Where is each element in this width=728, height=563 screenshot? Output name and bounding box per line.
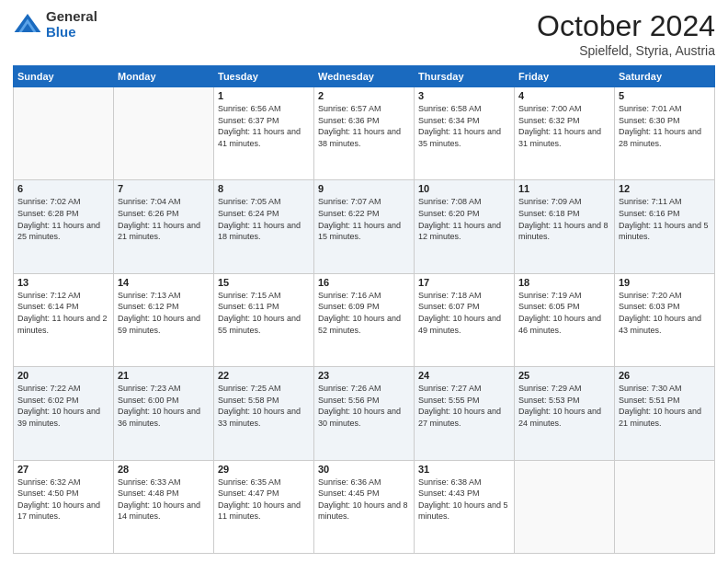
calendar-cell: 14Sunrise: 7:13 AM Sunset: 6:12 PM Dayli… [114, 273, 214, 366]
logo-text: General Blue [46, 9, 97, 40]
day-info: Sunrise: 7:11 AM Sunset: 6:16 PM Dayligh… [619, 196, 711, 242]
day-info: Sunrise: 7:20 AM Sunset: 6:03 PM Dayligh… [619, 290, 711, 336]
calendar-week-row: 20Sunrise: 7:22 AM Sunset: 6:02 PM Dayli… [14, 367, 715, 460]
calendar-cell [515, 460, 615, 553]
day-number: 7 [118, 183, 210, 194]
calendar-cell: 22Sunrise: 7:25 AM Sunset: 5:58 PM Dayli… [214, 367, 314, 460]
calendar-cell: 10Sunrise: 7:08 AM Sunset: 6:20 PM Dayli… [415, 180, 515, 273]
day-info: Sunrise: 7:23 AM Sunset: 6:00 PM Dayligh… [118, 383, 210, 429]
day-number: 8 [218, 183, 310, 194]
weekday-header-wednesday: Wednesday [314, 66, 415, 87]
title-block: October 2024 Spielfeld, Styria, Austria [537, 9, 715, 58]
calendar-cell: 30Sunrise: 6:36 AM Sunset: 4:45 PM Dayli… [314, 460, 415, 553]
day-number: 30 [318, 464, 410, 475]
header: General Blue October 2024 Spielfeld, Sty… [13, 9, 715, 58]
day-number: 16 [318, 277, 410, 288]
calendar-cell: 18Sunrise: 7:19 AM Sunset: 6:05 PM Dayli… [515, 273, 615, 366]
calendar-cell: 19Sunrise: 7:20 AM Sunset: 6:03 PM Dayli… [615, 273, 715, 366]
day-info: Sunrise: 6:35 AM Sunset: 4:47 PM Dayligh… [218, 477, 310, 523]
day-info: Sunrise: 6:56 AM Sunset: 6:37 PM Dayligh… [218, 103, 310, 149]
calendar-cell: 5Sunrise: 7:01 AM Sunset: 6:30 PM Daylig… [615, 87, 715, 180]
weekday-header-tuesday: Tuesday [214, 66, 314, 87]
day-info: Sunrise: 7:30 AM Sunset: 5:51 PM Dayligh… [619, 383, 711, 429]
day-number: 18 [518, 277, 610, 288]
day-number: 11 [518, 183, 610, 194]
day-number: 5 [619, 90, 711, 101]
day-number: 3 [418, 90, 510, 101]
day-info: Sunrise: 7:01 AM Sunset: 6:30 PM Dayligh… [619, 103, 711, 149]
day-info: Sunrise: 7:08 AM Sunset: 6:20 PM Dayligh… [418, 196, 510, 242]
calendar-cell: 12Sunrise: 7:11 AM Sunset: 6:16 PM Dayli… [615, 180, 715, 273]
day-number: 15 [218, 277, 310, 288]
day-number: 24 [418, 370, 510, 381]
day-info: Sunrise: 7:25 AM Sunset: 5:58 PM Dayligh… [218, 383, 310, 429]
day-info: Sunrise: 6:58 AM Sunset: 6:34 PM Dayligh… [418, 103, 510, 149]
weekday-header-friday: Friday [515, 66, 615, 87]
title-month: October 2024 [537, 9, 715, 43]
day-info: Sunrise: 7:27 AM Sunset: 5:55 PM Dayligh… [418, 383, 510, 429]
day-number: 23 [318, 370, 410, 381]
day-number: 12 [619, 183, 711, 194]
calendar-cell: 9Sunrise: 7:07 AM Sunset: 6:22 PM Daylig… [314, 180, 415, 273]
day-info: Sunrise: 7:12 AM Sunset: 6:14 PM Dayligh… [17, 290, 109, 336]
day-info: Sunrise: 6:32 AM Sunset: 4:50 PM Dayligh… [17, 477, 109, 523]
day-number: 28 [118, 464, 210, 475]
calendar-cell: 20Sunrise: 7:22 AM Sunset: 6:02 PM Dayli… [14, 367, 114, 460]
calendar-cell: 15Sunrise: 7:15 AM Sunset: 6:11 PM Dayli… [214, 273, 314, 366]
day-number: 13 [17, 277, 109, 288]
calendar-week-row: 13Sunrise: 7:12 AM Sunset: 6:14 PM Dayli… [14, 273, 715, 366]
day-info: Sunrise: 7:19 AM Sunset: 6:05 PM Dayligh… [518, 290, 610, 336]
title-location: Spielfeld, Styria, Austria [537, 43, 715, 58]
weekday-header-thursday: Thursday [415, 66, 515, 87]
calendar-cell: 21Sunrise: 7:23 AM Sunset: 6:00 PM Dayli… [114, 367, 214, 460]
day-info: Sunrise: 7:15 AM Sunset: 6:11 PM Dayligh… [218, 290, 310, 336]
day-info: Sunrise: 6:36 AM Sunset: 4:45 PM Dayligh… [318, 477, 410, 523]
day-number: 17 [418, 277, 510, 288]
weekday-header-row: SundayMondayTuesdayWednesdayThursdayFrid… [14, 66, 715, 87]
day-info: Sunrise: 6:38 AM Sunset: 4:43 PM Dayligh… [418, 477, 510, 523]
day-info: Sunrise: 7:18 AM Sunset: 6:07 PM Dayligh… [418, 290, 510, 336]
calendar-cell: 8Sunrise: 7:05 AM Sunset: 6:24 PM Daylig… [214, 180, 314, 273]
calendar-cell: 17Sunrise: 7:18 AM Sunset: 6:07 PM Dayli… [415, 273, 515, 366]
day-number: 27 [17, 464, 109, 475]
calendar-week-row: 27Sunrise: 6:32 AM Sunset: 4:50 PM Dayli… [14, 460, 715, 553]
day-number: 31 [418, 464, 510, 475]
calendar-week-row: 6Sunrise: 7:02 AM Sunset: 6:28 PM Daylig… [14, 180, 715, 273]
day-number: 9 [318, 183, 410, 194]
day-info: Sunrise: 7:29 AM Sunset: 5:53 PM Dayligh… [518, 383, 610, 429]
day-number: 4 [518, 90, 610, 101]
day-info: Sunrise: 7:04 AM Sunset: 6:26 PM Dayligh… [118, 196, 210, 242]
day-info: Sunrise: 7:09 AM Sunset: 6:18 PM Dayligh… [518, 196, 610, 242]
calendar-cell: 7Sunrise: 7:04 AM Sunset: 6:26 PM Daylig… [114, 180, 214, 273]
calendar-cell [14, 87, 114, 180]
calendar-cell [615, 460, 715, 553]
day-number: 21 [118, 370, 210, 381]
weekday-header-monday: Monday [114, 66, 214, 87]
day-number: 6 [17, 183, 109, 194]
calendar-cell: 2Sunrise: 6:57 AM Sunset: 6:36 PM Daylig… [314, 87, 415, 180]
calendar-cell: 13Sunrise: 7:12 AM Sunset: 6:14 PM Dayli… [14, 273, 114, 366]
calendar-cell: 1Sunrise: 6:56 AM Sunset: 6:37 PM Daylig… [214, 87, 314, 180]
calendar-cell: 27Sunrise: 6:32 AM Sunset: 4:50 PM Dayli… [14, 460, 114, 553]
logo: General Blue [13, 9, 97, 40]
page: General Blue October 2024 Spielfeld, Sty… [0, 0, 728, 563]
day-number: 22 [218, 370, 310, 381]
day-info: Sunrise: 6:57 AM Sunset: 6:36 PM Dayligh… [318, 103, 410, 149]
day-info: Sunrise: 7:02 AM Sunset: 6:28 PM Dayligh… [17, 196, 109, 242]
day-number: 25 [518, 370, 610, 381]
calendar-cell: 25Sunrise: 7:29 AM Sunset: 5:53 PM Dayli… [515, 367, 615, 460]
day-number: 29 [218, 464, 310, 475]
calendar-cell: 28Sunrise: 6:33 AM Sunset: 4:48 PM Dayli… [114, 460, 214, 553]
day-number: 19 [619, 277, 711, 288]
day-number: 14 [118, 277, 210, 288]
calendar-cell: 24Sunrise: 7:27 AM Sunset: 5:55 PM Dayli… [415, 367, 515, 460]
logo-general-text: General [46, 9, 97, 25]
calendar-cell: 31Sunrise: 6:38 AM Sunset: 4:43 PM Dayli… [415, 460, 515, 553]
calendar-cell: 6Sunrise: 7:02 AM Sunset: 6:28 PM Daylig… [14, 180, 114, 273]
day-info: Sunrise: 6:33 AM Sunset: 4:48 PM Dayligh… [118, 477, 210, 523]
day-info: Sunrise: 7:07 AM Sunset: 6:22 PM Dayligh… [318, 196, 410, 242]
day-number: 1 [218, 90, 310, 101]
day-info: Sunrise: 7:00 AM Sunset: 6:32 PM Dayligh… [518, 103, 610, 149]
day-number: 10 [418, 183, 510, 194]
day-info: Sunrise: 7:26 AM Sunset: 5:56 PM Dayligh… [318, 383, 410, 429]
